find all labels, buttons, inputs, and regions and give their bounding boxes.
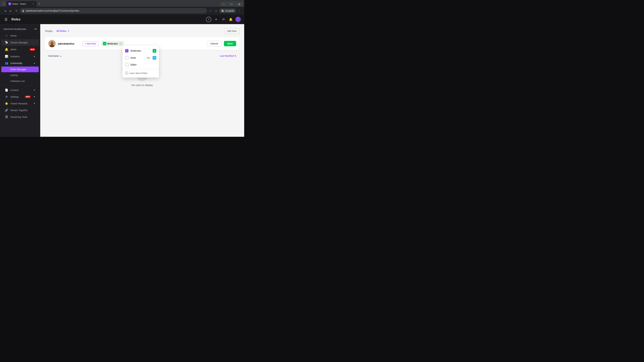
sidebar-item-stream-manager[interactable]: 📡 Stream Manager — [1, 39, 39, 46]
address-bar[interactable]: 🔒 dashboard.twitch.tv/u/moodjoy071/commu… — [20, 8, 207, 13]
followers-list-label: Followers List — [10, 80, 25, 82]
dropdown-item-editor[interactable]: Editor — [122, 61, 159, 68]
editor-dropdown-label: Editor — [130, 63, 156, 66]
avatar[interactable] — [236, 17, 241, 22]
streaming-tools-icon: 🎬 — [5, 115, 8, 118]
sidebar-section-header: CREATOR DASHBOARD ↩ — [0, 26, 40, 32]
last-modified-col-label: Last Modified — [220, 55, 234, 57]
nav-bar: ◀ ▶ ↻ 🔒 dashboard.twitch.tv/u/moodjoy071… — [0, 7, 244, 15]
stream-manager-icon: 📡 — [5, 41, 8, 44]
app-topbar: ☰ Roles ? ✦ ✉ 🔔 — [0, 15, 244, 24]
moderator-checkbox: ✓ — [125, 49, 128, 52]
tab-favicon: T — [8, 2, 11, 5]
tab-switcher-btn[interactable]: ⌄ — [1, 1, 6, 6]
sidebar-item-analytics[interactable]: 📊 Analytics ▼ — [1, 53, 39, 60]
artist-count: 0/5 — [147, 57, 150, 59]
dropdown-item-artist[interactable]: Artist 0/5 ✎ — [122, 54, 159, 61]
roles-header: Display All Roles ▼ Add New — [45, 28, 240, 34]
last-modified-sort-icon: ⇅ — [234, 55, 236, 57]
sidebar-item-label: Streaming Tools — [10, 116, 27, 118]
display-label: Display — [45, 30, 53, 32]
moderator-role-badge: ✓ Moderator – — [101, 41, 124, 46]
sidebar-item-label: Content — [10, 89, 31, 91]
artist-checkbox — [125, 56, 128, 59]
new-tab-btn[interactable]: + — [37, 1, 42, 6]
lock-icon: 🔒 — [22, 9, 24, 12]
browser-chrome: ⌄ T Roles - Twitch × + ─ ▭ ✕ ◀ ▶ ↻ 🔒 das… — [0, 0, 244, 15]
sidebar-item-content[interactable]: 📄 Content ▼ — [1, 87, 39, 93]
maximize-btn[interactable]: ▭ — [228, 2, 235, 7]
desktop-icon[interactable]: ▭ — [214, 8, 218, 13]
tab-close-icon[interactable]: × — [32, 2, 34, 5]
sidebar-item-streaming-tools[interactable]: 🎬 Streaming Tools — [1, 114, 39, 120]
more-options-btn[interactable]: ⋮ — [237, 8, 242, 13]
save-btn[interactable]: Save — [224, 41, 236, 46]
sidebar-item-home[interactable]: ⌂ Home — [1, 32, 39, 39]
sidebar-item-viewer-rewards[interactable]: ⭐ Viewer Rewards ▼ — [1, 100, 39, 107]
analytics-icon: 📊 — [5, 55, 8, 58]
help-icon[interactable]: ? — [206, 17, 211, 22]
settings-icon: ⚙ — [5, 95, 8, 98]
stream-together-icon: 🔗 — [5, 109, 8, 112]
page-title: Roles — [12, 17, 203, 21]
learn-about-roles-btn[interactable]: i Learn about Roles — [122, 70, 159, 76]
incognito-badge[interactable]: 🕵 Incognito — [219, 8, 236, 13]
alerts-icon: 🔔 — [5, 48, 8, 51]
address-url: dashboard.twitch.tv/u/moodjoy071/communi… — [26, 9, 205, 12]
star-btn[interactable]: ☆ — [208, 8, 213, 13]
settings-badge: NEW — [25, 95, 31, 98]
moderator-checkbox-check-icon: ✓ — [126, 50, 128, 52]
notification-icon[interactable]: 🔔 — [228, 17, 234, 22]
back-btn[interactable]: ◀ — [3, 8, 8, 13]
minimize-btn[interactable]: ─ — [220, 2, 228, 7]
app: ☰ Roles ? ✦ ✉ 🔔 CREATOR DASHBOARD ↩ ⌂ Ho… — [0, 15, 244, 137]
tab-title: Roles - Twitch — [12, 3, 30, 5]
sidebar-item-stream-together[interactable]: 🔗 Stream Together — [1, 107, 39, 113]
sidebar-item-label: Home — [10, 34, 16, 37]
cancel-btn[interactable]: Cancel — [207, 41, 222, 46]
add-role-btn[interactable]: + Add Role — [82, 41, 98, 46]
moderator-badge: ✓ — [152, 49, 156, 53]
content-icon: 📄 — [5, 88, 8, 92]
moderator-dropdown-label: Moderator — [130, 49, 150, 52]
crown-icon[interactable]: ✦ — [213, 17, 219, 22]
viewer-rewards-icon: ⭐ — [5, 102, 8, 105]
sidebar-item-community[interactable]: 👥 Community ▲ — [1, 60, 39, 66]
all-roles-btn[interactable]: All Roles ▼ — [55, 29, 71, 33]
content-area: Display All Roles ▼ Add New jakenbak — [40, 24, 244, 137]
sidebar-sub-item-followers[interactable]: Followers List — [1, 78, 39, 84]
add-new-btn[interactable]: Add New — [224, 28, 240, 34]
tab-bar: ⌄ T Roles - Twitch × + ─ ▭ ✕ — [0, 0, 244, 7]
sidebar-collapse-btn[interactable]: ↩ — [34, 27, 37, 31]
active-tab[interactable]: T Roles - Twitch × — [6, 1, 36, 7]
reload-btn[interactable]: ↻ — [14, 8, 19, 13]
sidebar-sub-item-roles-manager[interactable]: Roles Manager — [1, 66, 39, 72]
learn-about-roles-label: Learn about Roles — [130, 72, 147, 74]
dropdown-divider — [122, 69, 159, 69]
topbar-actions: ? ✦ ✉ 🔔 — [206, 17, 241, 22]
last-modified-col-header[interactable]: Last Modified ⇅ — [220, 55, 236, 57]
sidebar-item-label: Analytics — [10, 55, 31, 58]
alerts-badge: NEW — [30, 48, 36, 51]
sidebar-item-label: Alerts — [10, 48, 28, 51]
sidebar-sub-item-activity[interactable]: Activity — [1, 72, 39, 78]
empty-state-text: No users to display — [132, 84, 153, 86]
hamburger-icon[interactable]: ☰ — [3, 17, 9, 22]
analytics-chevron-icon: ▼ — [33, 55, 36, 58]
moderator-role-label: Moderator — [107, 42, 118, 45]
sidebar-item-label: Stream Manager — [10, 41, 28, 44]
username-col-label: Username — [48, 55, 59, 57]
username-sort-icon: ▲ — [60, 55, 62, 57]
all-roles-label: All Roles — [56, 30, 66, 32]
sidebar-item-settings[interactable]: ⚙ Settings NEW ▼ — [1, 93, 39, 100]
sidebar-item-alerts[interactable]: 🔔 Alerts NEW — [1, 46, 39, 53]
artist-badge[interactable]: ✎ — [152, 56, 156, 60]
close-btn[interactable]: ✕ — [236, 2, 243, 7]
forward-btn[interactable]: ▶ — [8, 8, 13, 13]
sidebar-item-label: Community — [10, 62, 31, 64]
dropdown-item-moderator[interactable]: ✓ Moderator ✓ — [122, 47, 159, 54]
mail-icon[interactable]: ✉ — [221, 17, 226, 22]
svg-point-1 — [50, 41, 54, 45]
creator-dashboard-label: CREATOR DASHBOARD — [3, 28, 26, 30]
role-remove-btn[interactable]: – — [119, 42, 122, 45]
